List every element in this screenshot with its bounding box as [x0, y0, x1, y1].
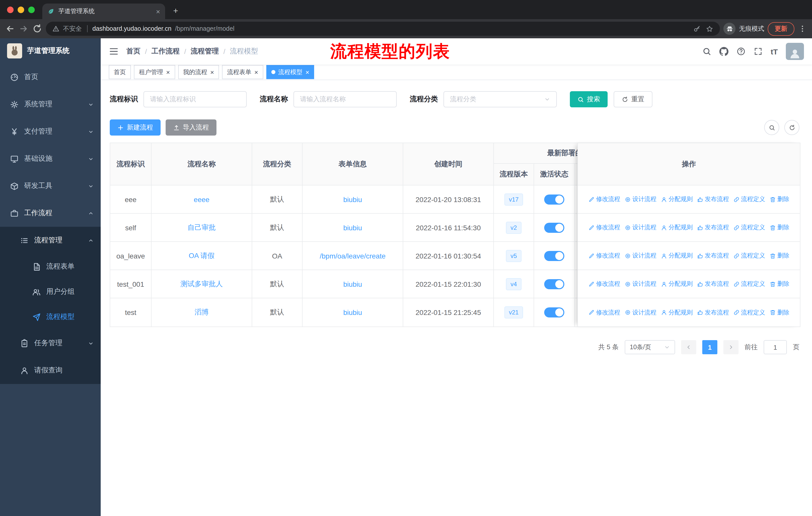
sidebar-item-6[interactable]: 流程管理 [0, 227, 101, 254]
process-name-link[interactable]: 自己审批 [187, 223, 216, 232]
toggle-search-button[interactable] [764, 120, 779, 135]
action-trash-link[interactable]: 删除 [770, 280, 789, 288]
reset-button[interactable]: 重置 [614, 91, 652, 107]
form-link[interactable]: /bpm/oa/leave/create [320, 252, 386, 260]
goto-page-input[interactable]: 1 [764, 340, 787, 354]
action-edit-link[interactable]: 修改流程 [588, 308, 620, 317]
action-trash-link[interactable]: 删除 [770, 223, 789, 232]
browser-tab[interactable]: 芋道管理系统 × [42, 3, 165, 19]
sidebar-item-9[interactable]: 流程模型 [0, 304, 101, 330]
action-user-link[interactable]: 分配规则 [661, 195, 693, 203]
fullscreen-icon[interactable] [754, 47, 763, 56]
form-link[interactable]: biubiu [343, 308, 362, 317]
close-icon[interactable]: × [306, 69, 309, 75]
tag-我的流程[interactable]: 我的流程× [178, 65, 219, 79]
active-toggle[interactable] [544, 307, 564, 318]
security-label[interactable]: 不安全 [63, 24, 82, 33]
action-trash-link[interactable]: 删除 [770, 195, 789, 203]
incognito-profile[interactable]: 无痕模式 [723, 23, 764, 35]
action-target-link[interactable]: 设计流程 [625, 195, 657, 203]
page-number-button[interactable]: 1 [702, 340, 717, 354]
action-user-link[interactable]: 分配规则 [661, 308, 693, 317]
action-trash-link[interactable]: 删除 [770, 308, 789, 317]
sidebar-item-7[interactable]: 流程表单 [0, 254, 101, 279]
action-edit-link[interactable]: 修改流程 [588, 251, 620, 260]
close-tab-icon[interactable]: × [156, 8, 160, 15]
form-link[interactable]: biubiu [343, 223, 362, 232]
action-user-link[interactable]: 分配规则 [661, 251, 693, 260]
chrome-update-button[interactable]: 更新 [768, 22, 794, 35]
sidebar-item-11[interactable]: 请假查询 [0, 357, 101, 384]
category-select[interactable]: 流程分类 [443, 91, 557, 107]
action-link-link[interactable]: 流程定义 [733, 223, 765, 232]
address-bar[interactable]: 不安全 dashboard.yudao.iocoder.cn/bpm/manag… [46, 22, 720, 36]
reload-icon[interactable] [32, 24, 42, 34]
process-name-link[interactable]: 测试多审批人 [180, 279, 223, 289]
sidebar-item-0[interactable]: 首页 [0, 63, 101, 91]
active-toggle[interactable] [544, 279, 564, 289]
search-button[interactable]: 搜索 [570, 91, 608, 107]
active-toggle[interactable] [544, 222, 564, 233]
action-thumb-link[interactable]: 发布流程 [697, 280, 729, 288]
action-thumb-link[interactable]: 发布流程 [697, 251, 729, 260]
action-user-link[interactable]: 分配规则 [661, 223, 693, 232]
active-toggle[interactable] [544, 251, 564, 261]
bookmark-star-icon[interactable] [706, 25, 713, 32]
close-icon[interactable]: × [210, 69, 214, 75]
search-icon[interactable] [702, 47, 711, 56]
sidebar-item-5[interactable]: 工作流程 [0, 199, 101, 227]
sidebar-item-10[interactable]: 任务管理 [0, 330, 101, 357]
tag-流程表单[interactable]: 流程表单× [222, 65, 263, 79]
action-link-link[interactable]: 流程定义 [733, 280, 765, 288]
process-name-link[interactable]: 滔博 [195, 308, 209, 317]
form-link[interactable]: biubiu [343, 195, 362, 203]
browser-menu-icon[interactable] [798, 24, 807, 33]
action-thumb-link[interactable]: 发布流程 [697, 195, 729, 203]
page-size-select[interactable]: 10条/页 [625, 340, 675, 354]
next-page-button[interactable] [723, 340, 738, 354]
sidebar-item-1[interactable]: 系统管理 [0, 91, 101, 118]
action-thumb-link[interactable]: 发布流程 [697, 308, 729, 317]
action-target-link[interactable]: 设计流程 [625, 280, 657, 288]
avatar[interactable] [786, 43, 804, 60]
password-key-icon[interactable] [693, 25, 701, 32]
new-tab-button[interactable]: + [169, 4, 182, 18]
sidebar-toggle-icon[interactable] [109, 46, 119, 56]
process-id-input[interactable]: 请输入流程标识 [143, 91, 247, 107]
github-icon[interactable] [719, 47, 728, 56]
action-edit-link[interactable]: 修改流程 [588, 280, 620, 288]
create-process-button[interactable]: 新建流程 [110, 119, 161, 136]
sidebar-item-8[interactable]: 用户分组 [0, 279, 101, 304]
process-name-link[interactable]: eeee [194, 195, 209, 203]
action-thumb-link[interactable]: 发布流程 [697, 223, 729, 232]
forward-icon[interactable] [19, 24, 29, 34]
action-link-link[interactable]: 流程定义 [733, 251, 765, 260]
action-link-link[interactable]: 流程定义 [733, 308, 765, 317]
maximize-window-button[interactable] [28, 6, 35, 13]
help-icon[interactable] [736, 47, 746, 56]
sidebar-item-3[interactable]: 基础设施 [0, 145, 101, 172]
action-edit-link[interactable]: 修改流程 [588, 195, 620, 203]
action-edit-link[interactable]: 修改流程 [588, 223, 620, 232]
prev-page-button[interactable] [681, 340, 696, 354]
process-name-link[interactable]: OA 请假 [189, 251, 215, 260]
breadcrumb-item[interactable]: 流程管理 [191, 47, 219, 56]
tag-首页[interactable]: 首页 [109, 65, 131, 79]
sidebar-item-2[interactable]: 支付管理 [0, 118, 101, 145]
minimize-window-button[interactable] [18, 6, 24, 13]
action-target-link[interactable]: 设计流程 [625, 251, 657, 260]
close-window-button[interactable] [7, 6, 13, 13]
close-icon[interactable]: × [166, 69, 170, 75]
action-link-link[interactable]: 流程定义 [733, 195, 765, 203]
import-process-button[interactable]: 导入流程 [166, 119, 216, 136]
action-target-link[interactable]: 设计流程 [625, 223, 657, 232]
action-user-link[interactable]: 分配规则 [661, 280, 693, 288]
process-name-input[interactable]: 请输入流程名称 [293, 91, 397, 107]
breadcrumb-item[interactable]: 首页 [126, 47, 141, 56]
form-link[interactable]: biubiu [343, 280, 362, 288]
sidebar-item-4[interactable]: 研发工具 [0, 172, 101, 199]
breadcrumb-item[interactable]: 工作流程 [151, 47, 180, 56]
font-size-icon[interactable]: tT [771, 47, 778, 56]
app-logo[interactable]: 芋道管理系统 [0, 38, 101, 63]
close-icon[interactable]: × [254, 69, 258, 75]
